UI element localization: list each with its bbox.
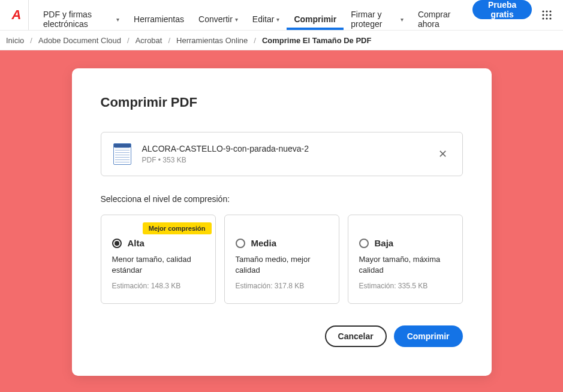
radio-medium[interactable] [236,239,245,248]
option-description: Tamaño medio, mejor calidad [236,254,328,276]
crumb-separator: / [26,36,36,45]
card-actions: Cancelar Comprimir [101,325,463,347]
free-trial-button[interactable]: Prueba gratis [472,0,532,19]
crumb-home[interactable]: Inicio [4,36,26,45]
nav-convert[interactable]: Convertir ▾ [191,0,245,30]
crumb-adc[interactable]: Adobe Document Cloud [36,36,124,45]
brand-logo[interactable]: A [5,0,29,30]
nav-label: Herramientas [134,14,184,24]
option-title: Alta [128,238,144,248]
crumb-separator: / [124,36,133,45]
nav-sign-protect[interactable]: Firmar y proteger ▾ [344,0,411,30]
page-background: Comprimir PDF ALCORA-CASTELLO-9-con-para… [0,50,563,392]
svg-point-7 [546,17,548,19]
crumb-online-tools[interactable]: Herramientas Online [174,36,250,45]
option-description: Menor tamaño, calidad estándar [112,254,204,276]
primary-nav: PDF y firmas electrónicas ▾ Herramientas… [29,0,558,30]
compress-button[interactable]: Comprimir [394,325,463,347]
chevron-down-icon: ▾ [235,16,238,23]
nav-label: Firmar y proteger [351,10,398,29]
svg-point-5 [550,14,552,16]
nav-label: Comprar ahora [418,10,460,29]
svg-point-3 [543,14,544,16]
crumb-separator: / [164,36,174,45]
radio-high[interactable] [112,239,122,248]
svg-point-2 [550,10,552,12]
chevron-down-icon: ▾ [116,16,119,23]
nav-tools[interactable]: Herramientas [127,0,191,30]
option-estimate: Estimación: 317.8 KB [236,282,328,290]
option-title: Baja [375,238,394,248]
best-compression-badge: Mejor compresión [143,222,212,234]
option-description: Mayor tamaño, máxima calidad [359,254,451,276]
crumb-separator: / [250,36,260,45]
nav-label: Comprimir [294,14,336,24]
nav-label: Editar [252,14,275,24]
page-title: Comprimir PDF [101,95,463,110]
compress-card: Comprimir PDF ALCORA-CASTELLO-9-con-para… [72,68,492,376]
option-title: Media [251,238,277,248]
option-estimate: Estimación: 148.3 KB [112,282,204,290]
chevron-down-icon: ▾ [401,16,404,23]
nav-label: Convertir [198,14,233,24]
crumb-current: Comprime El Tamaño De PDF [260,36,374,45]
nav-label: PDF y firmas electrónicas [43,10,114,29]
option-medium[interactable]: Media Tamaño medio, mejor calidad Estima… [224,215,339,304]
nav-edit[interactable]: Editar ▾ [245,0,287,30]
app-switcher-icon[interactable] [539,0,555,30]
nav-buy-now[interactable]: Comprar ahora [411,0,468,30]
svg-point-6 [543,17,544,19]
file-thumbnail-icon [113,143,131,165]
option-high[interactable]: Mejor compresión Alta Menor tamaño, cali… [101,215,216,304]
option-estimate: Estimación: 335.5 KB [359,282,451,290]
crumb-acrobat[interactable]: Acrobat [133,36,165,45]
cancel-button[interactable]: Cancelar [325,325,387,347]
file-info: ALCORA-CASTELLO-9-con-parada-nueva-2 PDF… [142,144,425,164]
file-name: ALCORA-CASTELLO-9-con-parada-nueva-2 [142,144,425,153]
svg-point-0 [543,10,544,12]
chevron-down-icon: ▾ [276,16,279,23]
logo-glyph: A [12,7,22,23]
svg-point-1 [546,10,548,12]
compression-level-label: Selecciona el nivel de compresión: [101,194,463,204]
nav-compress[interactable]: Comprimir [287,0,344,30]
svg-point-4 [546,14,548,16]
remove-file-button[interactable]: ✕ [436,147,450,161]
nav-pdf-signatures[interactable]: PDF y firmas electrónicas ▾ [36,0,127,30]
top-navigation: A PDF y firmas electrónicas ▾ Herramient… [0,0,563,30]
file-row: ALCORA-CASTELLO-9-con-parada-nueva-2 PDF… [101,132,463,176]
option-low[interactable]: Baja Mayor tamaño, máxima calidad Estima… [348,215,463,304]
radio-low[interactable] [359,239,369,248]
svg-point-8 [550,17,552,19]
breadcrumb: Inicio / Adobe Document Cloud / Acrobat … [0,30,563,50]
compression-options: Mejor compresión Alta Menor tamaño, cali… [101,215,463,304]
file-meta: PDF • 353 KB [142,156,425,164]
close-icon: ✕ [438,147,447,161]
